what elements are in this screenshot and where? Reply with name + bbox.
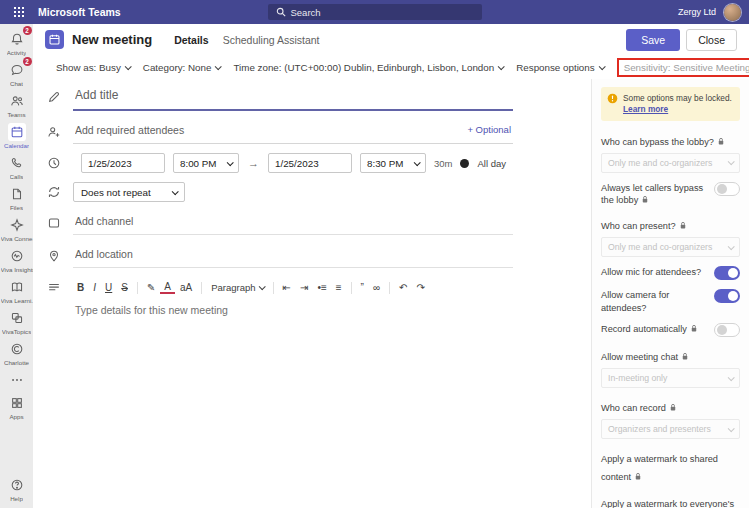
viva-topics-icon [8,309,26,327]
avatar[interactable] [724,4,741,21]
timezone-dropdown[interactable]: Time zone: (UTC+00:00) Dublin, Edinburgh… [233,62,503,73]
option-allow-camera: Allow camera for attendees? [601,289,740,314]
end-time-select[interactable]: 8:30 PM [360,153,426,173]
recurrence-select[interactable]: Does not repeat [73,182,185,202]
callers-bypass-toggle[interactable] [714,182,740,196]
required-attendees-input[interactable] [73,120,459,143]
sidebar-item-more[interactable] [0,368,33,391]
option-record-automatically: Record automatically [601,323,740,337]
show-as-dropdown[interactable]: Show as: Busy [56,62,130,73]
tab-scheduling-assistant[interactable]: Scheduling Assistant [223,32,320,48]
all-day-toggle[interactable] [460,159,469,168]
redo-button[interactable]: ↷ [412,280,428,295]
underline-button[interactable]: U [101,280,116,295]
end-date-input[interactable] [268,153,352,173]
repeat-icon [45,185,63,199]
option-bypass-lobby: Who can bypass the lobby? Only me and co… [601,131,740,173]
phone-icon [8,154,26,172]
link-button[interactable]: ∞ [369,280,384,295]
sidebar-item-viva-insights[interactable]: Viva Insights [0,244,33,275]
decrease-indent-button[interactable]: ⇤ [279,280,295,295]
increase-indent-button[interactable]: ⇥ [296,280,312,295]
sensitivity-dropdown[interactable]: Sensitivity: Sensitive Meeting [624,62,749,73]
title-input[interactable] [73,83,513,111]
close-button[interactable]: Close [686,29,737,51]
option-label: Who can present? [601,221,676,231]
meeting-details-input[interactable] [73,296,513,508]
allow-mic-toggle[interactable] [714,266,740,280]
search-input[interactable]: Search [268,4,482,20]
sidebar-item-label: Viva Learni... [1,297,33,304]
sidebar-item-help[interactable]: Help [0,473,33,504]
tabs: Details Scheduling Assistant [174,32,319,48]
response-options-dropdown[interactable]: Response options [516,62,603,73]
numbered-list-button[interactable]: ≡ [332,280,346,295]
optional-attendees-link[interactable]: + Optional [459,124,513,139]
chevron-down-icon [414,159,421,166]
page-title: New meeting [72,32,152,47]
lock-icon [690,324,698,333]
start-date-input[interactable] [81,153,165,173]
org-name[interactable]: Zergy Ltd [678,7,716,17]
chevron-down-icon [598,63,605,70]
viva-learning-icon [8,278,26,296]
sidebar-item-chat[interactable]: 2 Chat [0,58,33,89]
meeting-options-panel: Some options may be locked. Learn more W… [591,79,749,508]
sidebar-item-viva-learning[interactable]: Viva Learni... [0,275,33,306]
teams-icon [8,92,26,110]
attendees-row: + Optional [45,120,513,144]
option-label: Apply a watermark to shared content [601,454,718,482]
sidebar-item-viva-connections[interactable]: Viva Conne... [0,213,33,244]
channel-input[interactable] [73,211,513,235]
bulleted-list-button[interactable]: •≡ [313,280,330,295]
sidebar-item-charlotte[interactable]: Charlotte [0,337,33,368]
sidebar-item-label: Chat [10,80,23,87]
sidebar-item-calls[interactable]: Calls [0,151,33,182]
highlight-button[interactable]: ✎ [143,280,159,295]
select-value: Organizers and presenters [608,424,711,434]
font-size-button[interactable]: aA [176,280,196,295]
option-label: Allow camera for attendees? [601,290,669,312]
italic-button[interactable]: I [89,280,100,295]
sidebar-item-activity[interactable]: 2 Activity [0,27,33,58]
select-value: Only me and co-organizers [608,242,712,252]
sidebar-item-viva-topics[interactable]: VivaTopics [0,306,33,337]
save-button[interactable]: Save [626,29,680,51]
sidebar-item-teams[interactable]: Teams [0,89,33,120]
viva-connections-icon [8,216,26,234]
more-icon [8,371,26,389]
category-dropdown[interactable]: Category: None [143,62,221,73]
start-time-select[interactable]: 8:00 PM [173,153,239,173]
meeting-form: + Optional 8:00 PM → [33,79,591,508]
undo-button[interactable]: ↶ [395,280,411,295]
lock-icon [681,352,689,361]
compose-toolbar: B I U S ✎ A aA Paragraph [73,279,513,296]
learn-more-link[interactable]: Learn more [623,104,668,114]
quote-button[interactable]: ” [357,280,368,295]
sidebar-item-label: Apps [9,413,23,420]
bypass-lobby-select[interactable]: Only me and co-organizers [601,153,740,173]
meeting-chat-select[interactable]: In-meeting only [601,368,740,388]
meeting-options-bar: Show as: Busy Category: None Time zone: … [33,55,749,79]
waffle-menu-button[interactable] [8,7,30,17]
tab-details[interactable]: Details [174,32,208,48]
who-can-present-select[interactable]: Only me and co-organizers [601,237,740,257]
sidebar-item-files[interactable]: Files [0,182,33,213]
chevron-down-icon [124,63,131,70]
option-watermark-content: Apply a watermark to shared content [601,448,740,484]
main-content: New meeting Details Scheduling Assistant… [33,24,749,508]
strikethrough-button[interactable]: S [117,280,132,295]
paragraph-style-dropdown[interactable]: Paragraph [207,280,267,295]
sidebar-item-calendar[interactable]: Calendar [0,120,33,151]
sidebar-item-apps[interactable]: Apps [0,391,33,422]
who-can-record-select[interactable]: Organizers and presenters [601,419,740,439]
meeting-header: New meeting Details Scheduling Assistant… [33,24,749,55]
search-icon [276,7,286,17]
allow-camera-toggle[interactable] [714,289,740,303]
bold-button[interactable]: B [73,280,88,295]
font-color-button[interactable]: A [160,279,175,294]
option-label: Allow meeting chat [601,352,678,362]
recurrence-value: Does not repeat [81,187,151,198]
location-input[interactable] [73,244,513,268]
record-automatically-toggle[interactable] [714,323,740,337]
